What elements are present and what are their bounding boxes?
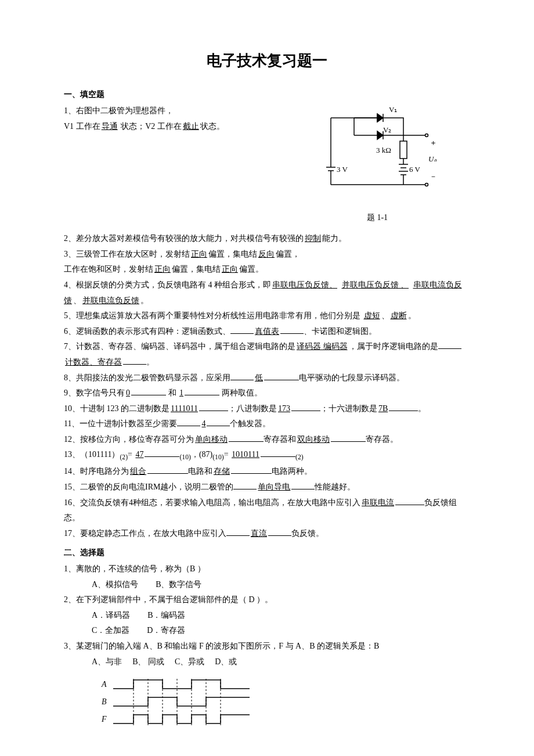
ans: 双向移动 [296,435,331,444]
ans: 正向 [153,265,172,273]
section-1-title: 一、填空题 [64,87,470,102]
label-v1: V₁ [389,105,397,114]
text: 偏置，集电结 [172,265,221,273]
blank [177,417,200,426]
fill-q10: 10、十进制 123 的二进制数是1111011；八进制数是173；十六进制数是… [64,401,470,417]
label-plus: ＋ [430,138,437,147]
text: 8、共阳接法的发光二极管数码显示器，应采用 [64,373,230,382]
circuit-svg: V₁ V₂ 3 kΩ 3 V 6 V ＋ Uₐ － [313,103,441,202]
text: 14、时序电路分为 [64,467,129,476]
section-2-title: 二、选择题 [64,545,470,560]
fill-q15: 15、二极管的反向电流IRM越小，说明二极管的单向导电性能越好。 [64,480,470,495]
blank [199,402,228,411]
text: 电平驱动的七段显示译码器。 [299,373,405,382]
text: = [224,450,230,459]
ans: 0 [125,388,131,397]
ans: 计数器、寄存器 [64,358,123,366]
fill-q11: 11、一位十进制计数器至少需要4个触发器。 [64,416,470,432]
text: 和 [166,388,178,397]
blank [264,372,299,380]
ans: 单向移动 [194,435,229,444]
text: 。 [408,311,416,320]
choice-q2-opts1: A．译码器B．编码器 [64,608,470,624]
blank [123,356,146,365]
text: 个触发器。 [230,419,270,428]
ans: 单向导电 [257,483,291,491]
blank [131,387,166,395]
ans: 反向 [257,250,276,258]
text: ，(87) [191,450,212,459]
opt-d: D．寄存器 [147,626,185,635]
svg-point-15 [425,183,428,186]
opt-a: A、模拟信号 [92,580,138,589]
ans: 导通 [100,122,119,131]
ans: 173 [277,404,291,413]
ans: 正向 [190,250,208,258]
ans: 1010111 [230,450,261,459]
blank [280,325,304,334]
choice-q3: 3、某逻辑门的输入端 A、B 和输出端 F 的波形如下图所示，F 与 A、B 的… [64,639,470,654]
ans: 串联电压负反馈、 [271,280,338,289]
text: 5、理想集成运算放大器有两个重要特性对分析线性运用电路非常有用，他们分别是 [64,311,360,320]
fill-q8: 8、共阳接法的发光二极管数码显示器，应采用低电平驱动的七段显示译码器。 [64,370,470,386]
fill-q3b: 工作在饱和区时，发射结正向偏置，集电结正向偏置。 [64,262,470,278]
label-minus: － [430,172,437,181]
fill-q9: 9、数字信号只有0 和 1 两种取值。 [64,386,470,401]
text: 负反馈。 [291,529,324,538]
text: 。 [140,296,149,305]
blank [226,527,250,536]
choice-q2: 2、在下列逻辑部件中，不属于组合逻辑部件的是（ D ）。 [64,592,470,608]
text: 4、根据反馈的分类方式，负反馈电路有 4 种组合形式，即 [64,280,271,289]
text: ，属于时序逻辑电路的是 [349,342,438,351]
text: 偏置。 [239,265,264,273]
ans: 1111011 [169,404,199,413]
blank [291,481,315,489]
wave-label-a: A [101,680,107,689]
ans: 1 [178,388,185,397]
opt-b: B、 同或 [132,657,164,666]
circuit-caption: 题 1-1 [302,210,453,226]
text: 两种取值。 [219,388,262,397]
ans: 直流 [250,529,268,538]
ans: 并联电流负反馈 [81,296,140,305]
text: 17、要稳定静态工作点，在放大电路中应引入 [64,529,226,538]
text: 3、三级管工作在放大区时，发射结 [64,250,190,258]
ans: 组合 [129,467,147,476]
text: 、 [73,296,81,305]
fill-q16: 16、交流负反馈有4种组态，若要求输入电阻高，输出电阻高，在放大电路中应引入串联… [64,495,470,526]
text: 工作在饱和区时，发射结 [64,265,153,273]
opt-b: B、数字信号 [156,580,201,589]
circuit-figure: V₁ V₂ 3 kΩ 3 V 6 V ＋ Uₐ － 题 1-1 [302,103,453,225]
choice-q3-opts: A、与非B、 同或C、异或D、或 [64,654,470,670]
text: 。 [418,404,426,413]
text: 9、数字信号只有 [64,388,125,397]
text: ；八进制数是 [228,404,277,413]
sub: (10) [179,453,190,461]
blank [261,448,295,457]
blank [145,448,179,457]
fill-q17: 17、要稳定静态工作点，在放大电路中应引入直流负反馈。 [64,526,470,542]
opt-a: A．译码器 [92,611,130,620]
ans: 存储 [212,467,231,476]
blank [291,402,320,411]
svg-rect-5 [400,141,407,159]
fill-q5: 5、理想集成运算放大器有两个重要特性对分析线性运用电路非常有用，他们分别是 虚短… [64,308,470,324]
wave-label-b: B [102,697,107,706]
ans: 7B [377,404,389,413]
label-6v: 6 V [409,165,421,174]
opt-a: A、与非 [92,657,122,666]
label-ua: Uₐ [428,154,436,163]
text: 2、差分放大器对差模信号有较强的放大能力，对共模信号有较强的 [64,234,304,243]
choice-q2-opts2: C．全加器D．寄存器 [64,623,470,639]
text: 状态。 [200,122,225,131]
blank [230,372,254,380]
text: 寄存器和 [264,435,296,444]
blank [230,325,254,334]
text: 7、计数器、寄存器、编码器、译码器中，属于组合逻辑电路的是 [64,342,295,351]
text: 电路和 [188,467,212,476]
label-r: 3 kΩ [376,146,391,154]
sub: (2) [120,453,128,461]
text: 、 [381,311,389,320]
text: = [128,450,134,459]
ans: 截止 [182,122,200,131]
